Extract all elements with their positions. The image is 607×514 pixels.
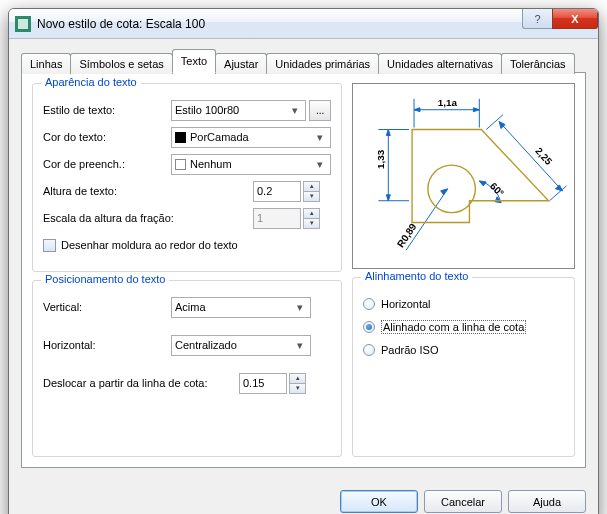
alignment-horizontal-label: Horizontal (381, 298, 431, 310)
svg-line-6 (499, 122, 562, 191)
vertical-combo[interactable]: Acima ▾ (171, 297, 311, 318)
vertical-label: Vertical: (43, 301, 171, 313)
text-height-input[interactable] (253, 181, 301, 202)
alignment-aligned-label: Alinhado com a linha de cota (381, 320, 526, 334)
alignment-aligned-radio[interactable] (363, 321, 375, 333)
spinner-down-icon[interactable]: ▾ (304, 192, 319, 201)
horizontal-combo[interactable]: Centralizado ▾ (171, 335, 311, 356)
dialog-window: Novo estilo de cota: Escala 100 ? X Linh… (8, 8, 599, 514)
tab-ajustar[interactable]: Ajustar (215, 53, 267, 74)
group-legend-alignment: Alinhamento do texto (361, 270, 472, 282)
preview-dim-top: 1,1a (438, 97, 458, 108)
window-title: Novo estilo de cota: Escala 100 (37, 17, 205, 31)
preview-dim-left: 1,33 (375, 149, 386, 169)
spinner-up-icon[interactable]: ▴ (290, 374, 305, 384)
spinner-down-icon[interactable]: ▾ (304, 219, 319, 228)
group-alignment: Alinhamento do texto Horizontal Alinhado… (352, 277, 575, 457)
dialog-footer: OK Cancelar Ajuda (9, 480, 598, 514)
vertical-value: Acima (175, 301, 292, 313)
preview-dim-diag: 2,25 (533, 145, 554, 167)
fraction-scale-spinner[interactable]: ▴ ▾ (303, 208, 320, 229)
text-style-value: Estilo 100r80 (175, 104, 287, 116)
tab-linhas[interactable]: Linhas (21, 53, 71, 74)
fraction-scale-input (253, 208, 301, 229)
ok-button[interactable]: OK (340, 490, 418, 513)
fill-color-label: Cor de preench.: (43, 158, 171, 170)
fill-swatch-icon (175, 159, 186, 170)
fraction-scale-label: Escala da altura da fração: (43, 212, 253, 224)
chevron-down-icon: ▾ (292, 336, 307, 355)
horizontal-label: Horizontal: (43, 339, 171, 351)
help-window-button[interactable]: ? (522, 9, 552, 29)
dialog-content: Linhas Símbolos e setas Texto Ajustar Un… (9, 39, 598, 480)
tab-alternativas[interactable]: Unidades alternativas (378, 53, 502, 74)
alignment-iso-radio[interactable] (363, 344, 375, 356)
text-height-spinner[interactable]: ▴ ▾ (303, 181, 320, 202)
alignment-iso-label: Padrão ISO (381, 344, 438, 356)
color-swatch-icon (175, 132, 186, 143)
text-color-combo[interactable]: PorCamada ▾ (171, 127, 331, 148)
chevron-down-icon: ▾ (287, 101, 302, 120)
tab-panel-texto: Aparência do texto Estilo de texto: Esti… (21, 72, 586, 468)
spinner-down-icon[interactable]: ▾ (290, 384, 305, 393)
alignment-horizontal-radio[interactable] (363, 298, 375, 310)
tabstrip: Linhas Símbolos e setas Texto Ajustar Un… (21, 49, 586, 73)
offset-input[interactable] (239, 373, 287, 394)
text-style-label: Estilo de texto: (43, 104, 171, 116)
app-icon (15, 16, 31, 32)
preview-dim-angle: 60° (488, 180, 506, 198)
spinner-up-icon[interactable]: ▴ (304, 182, 319, 192)
text-color-label: Cor do texto: (43, 131, 171, 143)
group-appearance: Aparência do texto Estilo de texto: Esti… (32, 83, 342, 272)
group-position: Posicionamento do texto Vertical: Acima … (32, 280, 342, 457)
chevron-down-icon: ▾ (292, 298, 307, 317)
chevron-down-icon: ▾ (312, 155, 327, 174)
preview-dim-radius: R0,89 (395, 221, 419, 249)
offset-label: Deslocar a partir da linha de cota: (43, 377, 239, 389)
titlebar: Novo estilo de cota: Escala 100 ? X (9, 9, 598, 39)
tab-tolerancias[interactable]: Tolerâncias (501, 53, 575, 74)
window-buttons: ? X (522, 9, 598, 29)
chevron-down-icon: ▾ (312, 128, 327, 147)
text-style-combo[interactable]: Estilo 100r80 ▾ (171, 100, 306, 121)
tab-simbolos[interactable]: Símbolos e setas (70, 53, 172, 74)
cancel-button[interactable]: Cancelar (424, 490, 502, 513)
fill-color-combo[interactable]: Nenhum ▾ (171, 154, 331, 175)
group-legend-position: Posicionamento do texto (41, 273, 169, 285)
draw-frame-label: Desenhar moldura ao redor do texto (61, 239, 238, 251)
text-height-label: Altura de texto: (43, 185, 253, 197)
tab-texto[interactable]: Texto (172, 49, 216, 73)
close-window-button[interactable]: X (552, 9, 598, 29)
text-color-value: PorCamada (190, 131, 312, 143)
horizontal-value: Centralizado (175, 339, 292, 351)
text-style-browse-button[interactable]: ... (309, 100, 331, 121)
offset-spinner[interactable]: ▴ ▾ (289, 373, 306, 394)
svg-point-10 (428, 165, 475, 212)
dimension-preview: 1,1a 1,33 2,25 R0,89 60° (352, 83, 575, 269)
fill-color-value: Nenhum (190, 158, 312, 170)
help-button[interactable]: Ajuda (508, 490, 586, 513)
tab-primarias[interactable]: Unidades primárias (266, 53, 379, 74)
group-legend-appearance: Aparência do texto (41, 76, 141, 88)
spinner-up-icon[interactable]: ▴ (304, 209, 319, 219)
draw-frame-checkbox[interactable] (43, 239, 56, 252)
